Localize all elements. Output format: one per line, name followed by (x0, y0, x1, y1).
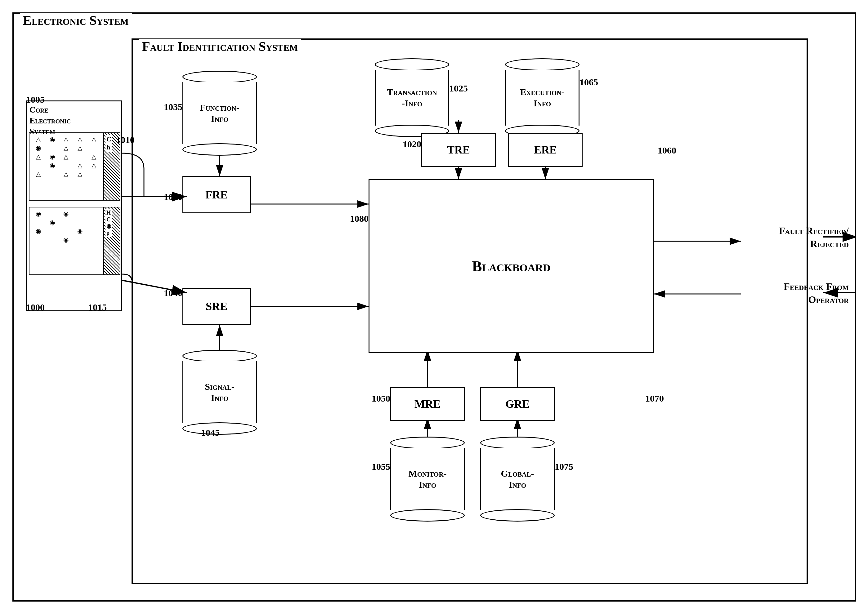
gre-box: GRE (480, 387, 555, 421)
blackboard-box: Blackboard (369, 179, 654, 353)
monitor-info-id: 1055 (372, 461, 390, 472)
transaction-info-db: Transaction-Info 1025 (375, 58, 449, 137)
core-hatch-bottom: HC◉p (103, 207, 120, 275)
global-info-id: 1075 (555, 461, 573, 472)
signal-info-id: 1045 (201, 427, 220, 438)
outer-title: Electronic System (20, 13, 132, 28)
gre-id: 1070 (645, 393, 664, 404)
ref-1015: 1015 (88, 302, 107, 312)
sre-id: 1040 (164, 288, 183, 298)
mre-id: 1050 (372, 393, 390, 404)
execution-info-id: 1065 (580, 77, 598, 87)
ref-1005: 1005 (26, 94, 45, 105)
function-info-db: Function-Info 1035 (183, 71, 257, 156)
global-info-label: Global-Info (501, 468, 534, 490)
signal-info-label: Signal-Info (205, 381, 234, 403)
ere-label: ERE (534, 143, 557, 156)
core-grid-bottom: ◉◉ ◉ ◉◉ ◉ (29, 207, 103, 275)
fre-box: FRE (183, 176, 251, 213)
fre-label: FRE (205, 188, 228, 201)
blackboard-id: 1080 (350, 213, 369, 224)
blackboard-label: Blackboard (472, 258, 550, 275)
fault-rectified-label: Fault Rectified/Rejected (779, 224, 849, 250)
ref-1010: 1010 (116, 134, 135, 145)
tre-id: 1020 (403, 139, 421, 150)
ref-1000: 1000 (26, 302, 45, 312)
execution-info-label: Execution-Info (520, 87, 564, 109)
monitor-info-label: Monitor-Info (408, 468, 446, 490)
tre-label: TRE (447, 143, 470, 156)
fault-identification-box: Fault Identification System (132, 39, 808, 584)
core-grid-top: △◉△△△ ◉△△ △◉△△ ◉△△ △△△ (29, 132, 103, 201)
transaction-info-label: Transaction-Info (387, 87, 437, 109)
function-info-label: Function-Info (200, 102, 239, 124)
ere-id: 1060 (658, 145, 676, 156)
outer-electronic-system-box: Electronic System Fault Identification S… (12, 12, 856, 601)
transaction-info-id: 1025 (449, 83, 468, 94)
feedback-operator-label: Feedback FromOperator (784, 280, 849, 306)
monitor-info-db: Monitor-Info 1055 (390, 437, 465, 522)
execution-info-db: Execution-Info 1065 (505, 58, 580, 137)
global-info-db: Global-Info 1075 (480, 437, 555, 522)
sre-label: SRE (206, 300, 227, 313)
fre-id: 1030 (164, 192, 183, 202)
mre-box: MRE (390, 387, 465, 421)
fault-title: Fault Identification System (139, 39, 301, 54)
mre-label: MRE (414, 397, 440, 411)
gre-label: GRE (505, 397, 530, 411)
tre-box: TRE (421, 133, 496, 167)
ere-box: ERE (508, 133, 583, 167)
function-info-id: 1035 (164, 102, 183, 112)
signal-info-db: Signal-Info 1045 (183, 350, 257, 435)
sre-box: SRE (183, 288, 251, 325)
core-electronic-system-box: Core ElectronicSystem △◉△△△ ◉△△ △◉△△ ◉△△… (26, 100, 122, 311)
